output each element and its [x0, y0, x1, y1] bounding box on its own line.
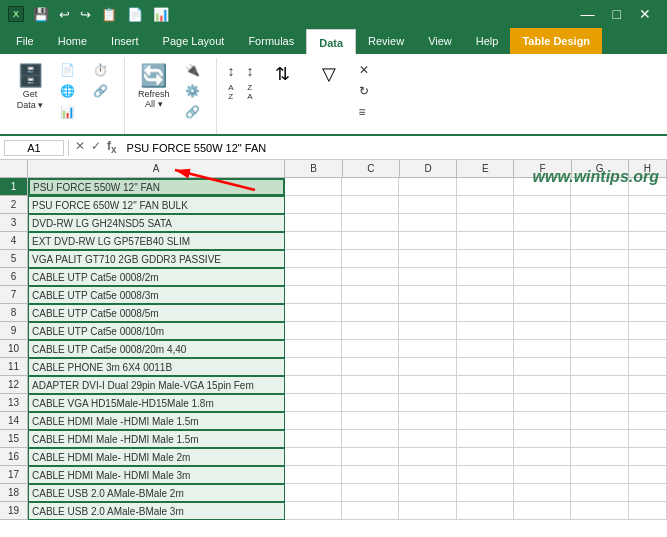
- cell-H11[interactable]: [629, 358, 667, 376]
- cell-F19[interactable]: [514, 502, 571, 520]
- filter-button[interactable]: ▽: [307, 60, 351, 90]
- cell-E4[interactable]: [457, 232, 514, 250]
- cell-G16[interactable]: [571, 448, 628, 466]
- cell-G15[interactable]: [571, 430, 628, 448]
- tab-view[interactable]: View: [416, 28, 464, 54]
- cell-E9[interactable]: [457, 322, 514, 340]
- cell-C10[interactable]: [342, 340, 399, 358]
- tab-insert[interactable]: Insert: [99, 28, 151, 54]
- cell-B5[interactable]: [285, 250, 342, 268]
- tab-data[interactable]: Data: [306, 29, 356, 55]
- cell-G5[interactable]: [571, 250, 628, 268]
- cell-a1[interactable]: PSU FORCE 550W 12" FAN: [28, 178, 285, 196]
- cell-F14[interactable]: [514, 412, 571, 430]
- cell-H1[interactable]: [629, 178, 667, 196]
- cell-H15[interactable]: [629, 430, 667, 448]
- cell-H19[interactable]: [629, 502, 667, 520]
- cell-H9[interactable]: [629, 322, 667, 340]
- cell-F4[interactable]: [514, 232, 571, 250]
- edit-links-button[interactable]: 🔗: [179, 102, 210, 122]
- sort-za-button[interactable]: ↕ ZA: [242, 60, 259, 104]
- toolbar-btn-5[interactable]: 📄: [124, 5, 146, 24]
- cell-G10[interactable]: [571, 340, 628, 358]
- cell-E17[interactable]: [457, 466, 514, 484]
- cell-D6[interactable]: [399, 268, 456, 286]
- cell-B4[interactable]: [285, 232, 342, 250]
- col-header-e[interactable]: E: [457, 160, 514, 178]
- cell-G4[interactable]: [571, 232, 628, 250]
- cell-H2[interactable]: [629, 196, 667, 214]
- row-header-12[interactable]: 12: [0, 376, 28, 394]
- cell-a13[interactable]: CABLE VGA HD15Male-HD15Male 1.8m: [28, 394, 285, 412]
- cell-B12[interactable]: [285, 376, 342, 394]
- cell-F8[interactable]: [514, 304, 571, 322]
- cell-a14[interactable]: CABLE HDMI Male -HDMI Male 1.5m: [28, 412, 285, 430]
- cell-C2[interactable]: [342, 196, 399, 214]
- cell-D17[interactable]: [399, 466, 456, 484]
- insert-function-icon[interactable]: fx: [105, 139, 119, 155]
- cell-G3[interactable]: [571, 214, 628, 232]
- existing-connections-button[interactable]: 🔗: [87, 81, 118, 101]
- cell-C1[interactable]: [342, 178, 399, 196]
- cell-B16[interactable]: [285, 448, 342, 466]
- cell-F12[interactable]: [514, 376, 571, 394]
- cell-H3[interactable]: [629, 214, 667, 232]
- cell-a8[interactable]: CABLE UTP Cat5e 0008/5m: [28, 304, 285, 322]
- cell-F1[interactable]: [514, 178, 571, 196]
- col-header-d[interactable]: D: [400, 160, 457, 178]
- cell-G18[interactable]: [571, 484, 628, 502]
- cell-F2[interactable]: [514, 196, 571, 214]
- cell-F3[interactable]: [514, 214, 571, 232]
- row-header-4[interactable]: 4: [0, 232, 28, 250]
- cell-G8[interactable]: [571, 304, 628, 322]
- cell-E7[interactable]: [457, 286, 514, 304]
- cell-C7[interactable]: [342, 286, 399, 304]
- cell-E2[interactable]: [457, 196, 514, 214]
- undo-button[interactable]: ↩: [56, 5, 73, 24]
- cell-E15[interactable]: [457, 430, 514, 448]
- cell-C16[interactable]: [342, 448, 399, 466]
- cell-H12[interactable]: [629, 376, 667, 394]
- cell-E14[interactable]: [457, 412, 514, 430]
- cell-C8[interactable]: [342, 304, 399, 322]
- tab-pagelayout[interactable]: Page Layout: [151, 28, 237, 54]
- close-button[interactable]: ✕: [631, 4, 659, 24]
- queries-connections-button[interactable]: 🔌: [179, 60, 210, 80]
- cell-H13[interactable]: [629, 394, 667, 412]
- cell-B2[interactable]: [285, 196, 342, 214]
- cell-F18[interactable]: [514, 484, 571, 502]
- maximize-button[interactable]: □: [605, 4, 629, 24]
- cell-D8[interactable]: [399, 304, 456, 322]
- cell-a3[interactable]: DVD-RW LG GH24NSD5 SATA: [28, 214, 285, 232]
- cell-G17[interactable]: [571, 466, 628, 484]
- cell-F11[interactable]: [514, 358, 571, 376]
- cell-E16[interactable]: [457, 448, 514, 466]
- cell-a15[interactable]: CABLE HDMI Male -HDMI Male 1.5m: [28, 430, 285, 448]
- cell-C9[interactable]: [342, 322, 399, 340]
- cell-a7[interactable]: CABLE UTP Cat5e 0008/3m: [28, 286, 285, 304]
- cell-B1[interactable]: [285, 178, 342, 196]
- cell-H14[interactable]: [629, 412, 667, 430]
- row-header-16[interactable]: 16: [0, 448, 28, 466]
- cell-B7[interactable]: [285, 286, 342, 304]
- cell-D12[interactable]: [399, 376, 456, 394]
- cell-D3[interactable]: [399, 214, 456, 232]
- cell-C17[interactable]: [342, 466, 399, 484]
- cell-a19[interactable]: CABLE USB 2.0 AMale-BMale 3m: [28, 502, 285, 520]
- row-header-5[interactable]: 5: [0, 250, 28, 268]
- cell-F10[interactable]: [514, 340, 571, 358]
- cell-H16[interactable]: [629, 448, 667, 466]
- cell-D10[interactable]: [399, 340, 456, 358]
- row-header-3[interactable]: 3: [0, 214, 28, 232]
- cell-F17[interactable]: [514, 466, 571, 484]
- cell-D5[interactable]: [399, 250, 456, 268]
- cell-a4[interactable]: EXT DVD-RW LG GP57EB40 SLIM: [28, 232, 285, 250]
- cell-C4[interactable]: [342, 232, 399, 250]
- cell-G19[interactable]: [571, 502, 628, 520]
- row-header-6[interactable]: 6: [0, 268, 28, 286]
- cell-H18[interactable]: [629, 484, 667, 502]
- cell-H7[interactable]: [629, 286, 667, 304]
- cell-C19[interactable]: [342, 502, 399, 520]
- cell-G14[interactable]: [571, 412, 628, 430]
- from-web-button[interactable]: 🌐: [54, 81, 85, 101]
